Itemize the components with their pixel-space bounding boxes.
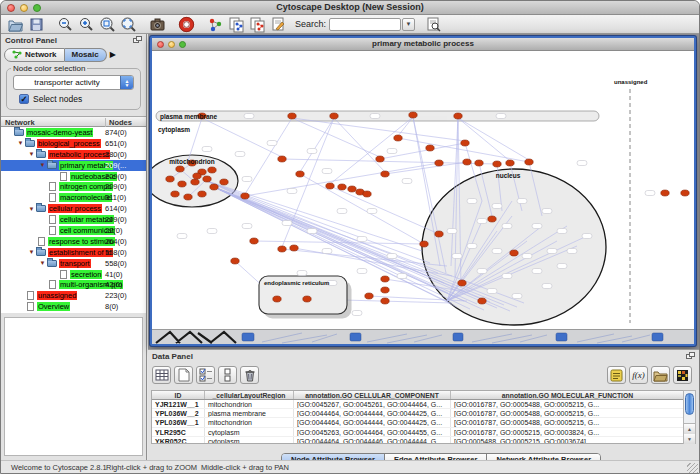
- network-window-titlebar[interactable]: primary metabolic process: [152, 38, 694, 51]
- function-builder-icon[interactable]: f(x): [629, 366, 648, 384]
- network-node[interactable]: [210, 184, 218, 190]
- nucleus-region[interactable]: [422, 169, 606, 325]
- tree-row[interactable]: ▼establishment of lo558(0): [1, 247, 146, 258]
- tree-row[interactable]: ▼primary metabo209(...: [1, 160, 146, 171]
- node-label-pill[interactable]: [492, 204, 502, 209]
- edge[interactable]: [207, 181, 430, 263]
- edge[interactable]: [458, 118, 510, 161]
- tree-row[interactable]: macromolecule311(0): [1, 192, 146, 203]
- attribute-table[interactable]: ID_cellularLayoutRegionannotation.GO CEL…: [151, 390, 687, 444]
- network-node[interactable]: [193, 173, 201, 179]
- node-label-pill[interactable]: [582, 234, 592, 239]
- node-label-pill[interactable]: [387, 254, 397, 259]
- tree-row[interactable]: secretion41(0): [1, 269, 146, 280]
- table-cell[interactable]: [GO:0044464, GO:0044444, GO:0044425, G..…: [294, 409, 451, 417]
- edge[interactable]: [207, 181, 422, 251]
- table-cell[interactable]: plasma membrane: [205, 409, 294, 417]
- table-cell[interactable]: [GO:0016787, GO:0005488, GO:0005215, G..…: [451, 409, 685, 417]
- table-cell[interactable]: [GO:0045263, GO:0044464, GO:0044455, G..…: [294, 428, 451, 436]
- network-node[interactable]: [381, 287, 389, 293]
- node-label-pill[interactable]: [467, 244, 477, 249]
- node-label-pill[interactable]: [207, 229, 217, 234]
- zoom-fit-icon[interactable]: [118, 16, 138, 33]
- node-label-pill[interactable]: [244, 114, 254, 119]
- column-header[interactable]: annotation.GO CELLULAR_COMPONENT: [294, 391, 451, 399]
- network-node[interactable]: [273, 296, 281, 302]
- table-cell[interactable]: [GO:0016787, GO:0005488, GO:0005215, G..…: [451, 400, 685, 408]
- network-node[interactable]: [278, 156, 286, 162]
- table-cell[interactable]: YPL036W__1: [152, 418, 205, 426]
- table-cell[interactable]: mitochondrion: [205, 418, 294, 426]
- table-cell[interactable]: [GO:0016787, GO:0005215, GO:0003824, G..…: [451, 428, 685, 436]
- node-label-pill[interactable]: [496, 114, 506, 119]
- scroll-up-icon[interactable]: ▲: [684, 424, 695, 434]
- network-node[interactable]: [338, 184, 346, 190]
- node-label-pill[interactable]: [282, 221, 292, 226]
- node-label-pill[interactable]: [177, 234, 187, 239]
- tree-row[interactable]: ▼metabolic process280(0): [1, 149, 146, 160]
- node-label-pill[interactable]: [447, 229, 457, 234]
- node-label-pill[interactable]: [402, 179, 412, 184]
- node-label-pill[interactable]: [577, 161, 587, 166]
- node-label-pill[interactable]: [542, 284, 552, 289]
- tree-row[interactable]: nitrogen compo209(0): [1, 181, 146, 192]
- network-node[interactable]: [681, 190, 689, 196]
- node-label-pill[interactable]: [492, 249, 502, 254]
- tree-row[interactable]: ▼cellular process614(0): [1, 203, 146, 214]
- table-cell[interactable]: YJR121W__1: [152, 400, 205, 408]
- edge[interactable]: [254, 241, 424, 244]
- network-node[interactable]: [198, 191, 206, 197]
- node-label-pill[interactable]: [357, 269, 367, 274]
- network-node[interactable]: [241, 193, 249, 199]
- tree-row[interactable]: response to stimulu264(0): [1, 236, 146, 247]
- network-node[interactable]: [166, 176, 174, 182]
- node-label-pill[interactable]: [307, 149, 317, 154]
- network-node[interactable]: [394, 135, 402, 141]
- node-label-pill[interactable]: [487, 289, 497, 294]
- app-titlebar[interactable]: Cytoscape Desktop (New Session): [1, 1, 699, 15]
- node-label-pill[interactable]: [502, 274, 512, 279]
- edge[interactable]: [300, 118, 334, 172]
- tree-row[interactable]: ▼biological_process651(0): [1, 138, 146, 149]
- node-label-pill[interactable]: [352, 311, 362, 316]
- tree-row[interactable]: mosaic-demo-yeast874(0): [1, 127, 146, 138]
- network-node[interactable]: [525, 159, 533, 165]
- table-row[interactable]: YPL036W__1mitochondrion[GO:0044464, GO:0…: [152, 418, 686, 427]
- select-nodes-checkbox-row[interactable]: ✓ Select nodes: [19, 94, 136, 104]
- import-attributes-icon[interactable]: [651, 366, 670, 384]
- float-panel-icon[interactable]: [686, 352, 695, 360]
- network-node[interactable]: [510, 250, 518, 256]
- node-label-pill[interactable]: [370, 114, 380, 119]
- node-label-pill[interactable]: [547, 249, 557, 254]
- expand-arrow-icon[interactable]: ▼: [27, 249, 36, 255]
- edge[interactable]: [202, 118, 282, 157]
- table-cell[interactable]: [GO:0016787, GO:0005488, GO:0005215, G..…: [451, 418, 685, 426]
- network-node[interactable]: [488, 216, 496, 222]
- network-node[interactable]: [435, 231, 443, 237]
- node-label-pill[interactable]: [337, 209, 347, 214]
- node-label-pill[interactable]: [477, 219, 487, 224]
- node-label-pill[interactable]: [235, 152, 245, 157]
- table-cell[interactable]: [GO:0045267, GO:0045261, GO:0044464, G..…: [294, 400, 451, 408]
- table-cell[interactable]: YLR295C: [152, 428, 205, 436]
- snapshot-icon[interactable]: [147, 16, 167, 33]
- table-row[interactable]: YPL036W__2plasma membrane[GO:0044464, GO…: [152, 409, 686, 418]
- tab-mosaic[interactable]: Mosaic: [65, 48, 107, 62]
- network-node[interactable]: [463, 159, 471, 165]
- network-node[interactable]: [288, 113, 296, 119]
- node-label-pill[interactable]: [517, 199, 527, 204]
- node-label-pill[interactable]: [452, 254, 462, 259]
- node-label-pill[interactable]: [567, 249, 577, 254]
- zoom-in-icon[interactable]: [76, 16, 96, 33]
- network-node[interactable]: [296, 171, 304, 177]
- network-node[interactable]: [178, 181, 186, 187]
- network-node[interactable]: [330, 113, 338, 119]
- node-label-pill[interactable]: [322, 249, 332, 254]
- edge[interactable]: [458, 118, 529, 160]
- network-node[interactable]: [176, 166, 184, 172]
- network-node[interactable]: [420, 241, 428, 247]
- zoom-selected-icon[interactable]: [97, 16, 117, 33]
- search-options-icon[interactable]: [423, 16, 443, 33]
- node-label-pill[interactable]: [287, 189, 297, 194]
- node-label-pill[interactable]: [397, 274, 407, 279]
